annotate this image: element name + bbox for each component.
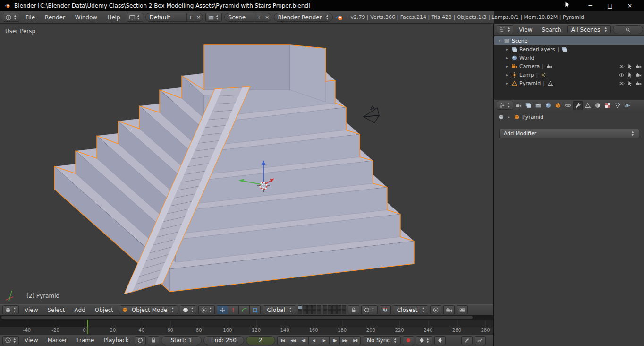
layer-toggle[interactable] [307,310,312,314]
camera-object[interactable] [364,106,379,123]
outliner-menu-search[interactable]: Search [538,26,565,33]
timeline-menu-playback[interactable]: Playback [100,337,133,344]
viewport-menu-select[interactable]: Select [43,307,68,313]
next-frame-button[interactable]: ▮▶ [329,336,340,345]
lock-time-button[interactable] [148,336,159,345]
layer-toggle[interactable] [312,310,316,314]
snap-target-button[interactable] [430,305,441,314]
lock-to-scene-button[interactable] [348,305,359,314]
pyramid-object[interactable] [54,45,414,294]
hide-toggle-eye-icon[interactable] [619,80,625,86]
pivot-point-select[interactable] [198,305,215,314]
timeline-menu-marker[interactable]: Marker [43,337,70,344]
transform-orientation-select[interactable]: Global [263,305,296,314]
scene-browse-button[interactable] [205,13,222,22]
graph-icon-button[interactable] [475,336,486,345]
viewport-canvas[interactable] [0,24,494,304]
manipulator-toggle-button[interactable] [217,305,228,314]
opengl-render-anim-button[interactable] [457,305,468,314]
render-engine-select[interactable]: Blender Render [274,13,333,22]
sync-mode-select[interactable]: No Sync [363,336,401,345]
edit-icon-button[interactable] [461,336,473,345]
timeline-scrollbar[interactable] [0,315,494,320]
add-scene-button[interactable]: + [255,13,263,21]
expand-icon[interactable]: ▸ [505,64,509,69]
selectable-toggle-icon[interactable] [627,80,633,86]
outliner-menu-view[interactable]: View [515,26,536,33]
play-reverse-button[interactable]: ◀ [308,336,319,345]
hide-toggle-eye-icon[interactable] [619,72,625,78]
opengl-render-button[interactable] [443,305,455,314]
scene-name-field[interactable]: Scene + × [224,13,271,22]
tab-material[interactable] [593,101,602,110]
outliner-item-renderlayers[interactable]: ▸ RenderLayers | [494,45,644,53]
layer-toggle[interactable] [342,305,346,310]
layer-toggle[interactable] [298,310,302,314]
frame-end-field[interactable]: End: 250 [203,336,244,345]
layer-toggle[interactable] [303,305,307,310]
tab-modifiers[interactable] [573,101,583,110]
outliner-item-pyramid[interactable]: ▸ Pyramid | [494,79,644,87]
previous-frame-button[interactable]: ◀▮ [298,336,309,345]
screen-layout-field[interactable]: Default + × [145,13,203,22]
scale-manipulator-button[interactable] [249,305,261,314]
menu-file[interactable]: File [22,14,39,21]
menu-help[interactable]: Help [103,14,124,21]
layer-toggle[interactable] [337,310,341,314]
info-editor-type-button[interactable] [3,13,19,22]
keying-set-select[interactable] [416,336,432,345]
snap-element-select[interactable]: Closest [393,305,429,314]
playhead[interactable] [87,320,88,327]
outliner-item-world[interactable]: ▸ World [494,53,644,62]
layer-toggle[interactable] [317,305,321,310]
snap-toggle-button[interactable] [380,305,391,314]
outliner-item-camera[interactable]: ▸ Camera | [494,62,644,70]
viewport-menu-view[interactable]: View [21,307,42,313]
outliner-editor-type-button[interactable] [497,25,513,34]
layer-toggle[interactable] [342,310,346,314]
scrollbar-thumb[interactable] [1,316,473,319]
layer-toggle[interactable] [328,305,332,310]
minimize-button[interactable]: ─ [580,0,600,11]
jump-to-end-button[interactable]: ▶▮ [350,336,361,345]
expand-icon[interactable]: ▸ [505,56,509,60]
rotate-manipulator-button[interactable] [238,305,250,314]
add-modifier-button[interactable]: Add Modifier [499,129,639,138]
properties-editor-type-button[interactable] [497,101,513,110]
insert-keyframe-button[interactable] [434,336,446,345]
timeline-menu-frame[interactable]: Frame [73,337,98,344]
timeline-editor-type-button[interactable] [2,336,19,345]
layer-toggle[interactable] [337,305,341,310]
outliner-search-input[interactable] [613,25,643,34]
tab-render[interactable] [514,101,523,110]
layer-toggle[interactable] [312,305,316,310]
outliner-item-scene[interactable]: ▾ Scene [494,36,644,45]
menu-window[interactable]: Window [71,14,101,21]
tab-scene[interactable] [534,101,543,110]
expand-icon[interactable]: ▸ [505,47,509,52]
screen-browse-button[interactable] [127,13,143,22]
current-frame-field[interactable]: 2 [246,336,275,345]
layer-toggle[interactable] [323,305,327,310]
tab-object[interactable] [553,101,563,110]
tab-world[interactable] [543,101,553,110]
timeline-strip[interactable] [0,315,494,327]
proportional-edit-select[interactable] [361,305,378,314]
layer-toggle[interactable] [298,305,302,310]
outliner-display-filter-select[interactable]: All Scenes [567,25,611,34]
expand-icon[interactable]: ▾ [497,39,502,43]
timeline-track[interactable] [0,320,494,327]
layer-toggle[interactable] [332,310,337,314]
add-layout-button[interactable]: + [186,13,195,21]
play-button[interactable]: ▶ [319,336,330,345]
render-toggle-icon[interactable] [636,80,642,86]
expand-icon[interactable]: ▸ [505,81,509,86]
layer-toggle[interactable] [332,305,337,310]
tab-constraints[interactable] [563,101,573,110]
menu-render[interactable]: Render [41,14,69,21]
layer-toggle[interactable] [317,310,321,314]
3d-viewport[interactable]: User Persp (2) Pyramid [0,24,494,304]
translate-manipulator-button[interactable] [228,305,239,314]
previous-keyframe-button[interactable]: ◀◀ [288,336,298,345]
jump-to-start-button[interactable]: ▮◀ [277,336,288,345]
